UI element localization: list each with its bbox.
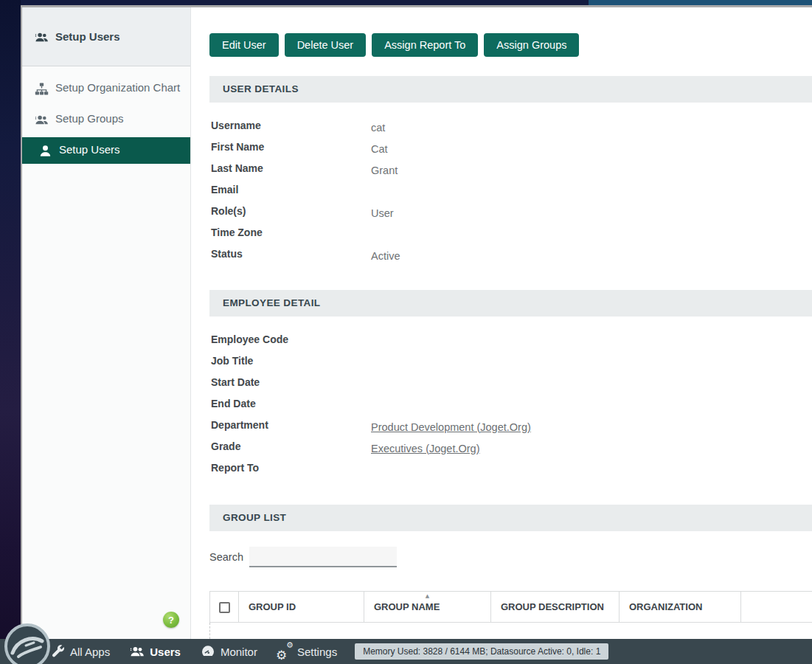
bottom-nav: All AppsUsersMonitor⚙⚙Settings xyxy=(50,644,337,659)
field-label: Role(s) xyxy=(211,205,371,217)
field-label: First Name xyxy=(211,141,371,153)
field-row-job-title: Job Title xyxy=(211,350,812,371)
field-row-department: DepartmentProduct Development (Joget.Org… xyxy=(211,414,812,435)
bottom-nav-all-apps[interactable]: All Apps xyxy=(50,644,110,659)
delete-user-button[interactable]: Delete User xyxy=(285,33,367,57)
group-list-search-row: Search xyxy=(209,547,812,567)
column-header-label: GROUP ID xyxy=(249,601,296,612)
field-row-first-name: First NameCat xyxy=(211,136,812,157)
bottom-nav-label: All Apps xyxy=(70,646,110,658)
section-header-group-list: GROUP LIST xyxy=(209,505,812,531)
column-header-group-description[interactable]: GROUP DESCRIPTION xyxy=(491,592,620,623)
field-row-status: StatusActive xyxy=(211,243,812,264)
bottom-nav-label: Users xyxy=(150,646,181,658)
field-label: End Date xyxy=(211,398,371,409)
section-header-employee-detail: EMPLOYEE DETAIL xyxy=(209,290,812,317)
field-row-employee-code: Employee Code xyxy=(211,328,812,350)
field-row-grade: GradeExecutives (Joget.Org) xyxy=(211,435,812,457)
status-badge: Memory Used: 3828 / 6144 MB; Datasource … xyxy=(355,643,608,660)
edit-user-button[interactable]: Edit User xyxy=(209,33,279,57)
column-header-label: GROUP DESCRIPTION xyxy=(501,601,604,612)
field-label: Last Name xyxy=(211,162,371,174)
column-header-label: ORGANIZATION xyxy=(629,601,702,612)
field-value-link[interactable]: Executives (Joget.Org) xyxy=(371,443,479,454)
field-row-start-date: Start Date xyxy=(211,371,812,392)
section-header-user-details: USER DETAILS xyxy=(209,76,812,103)
field-label: Time Zone xyxy=(211,226,371,238)
field-label: Job Title xyxy=(211,355,371,367)
field-row-time-zone: Time Zone xyxy=(211,221,812,243)
field-row-username: Usernamecat xyxy=(211,114,812,136)
column-header-group-id[interactable]: GROUP ID xyxy=(239,592,364,623)
field-row-end-date: End Date xyxy=(211,392,812,414)
bottom-bar: All AppsUsersMonitor⚙⚙Settings Memory Us… xyxy=(0,639,812,664)
field-label: Email xyxy=(211,184,371,196)
field-value: User xyxy=(371,207,394,219)
field-row-last-name: Last NameGrant xyxy=(211,157,812,179)
wrench-icon xyxy=(50,644,65,659)
field-label: Username xyxy=(211,120,371,131)
search-label: Search xyxy=(209,551,249,563)
column-header-organization[interactable]: ORGANIZATION xyxy=(620,592,741,623)
sidebar-item-setup-users[interactable]: Setup Users xyxy=(22,137,190,164)
sitemap-icon xyxy=(35,82,49,96)
toolbar: Edit UserDelete UserAssign Report ToAssi… xyxy=(209,33,812,57)
column-header-label: GROUP NAME xyxy=(374,601,440,612)
field-value: cat xyxy=(371,122,385,134)
search-input[interactable] xyxy=(249,547,397,567)
field-label: Start Date xyxy=(211,376,371,388)
field-value: Cat xyxy=(371,143,388,155)
field-label: Grade xyxy=(211,440,371,452)
select-all-checkbox[interactable] xyxy=(219,602,230,613)
sidebar-item-label: Setup Groups xyxy=(55,112,124,125)
field-value: Grant xyxy=(371,165,398,176)
field-label: Report To xyxy=(211,462,371,474)
sidebar-menu: Setup Organization ChartSetup GroupsSetu… xyxy=(22,66,190,164)
select-all-header-cell xyxy=(210,592,239,623)
field-row-report-to: Report To xyxy=(211,457,812,478)
user-icon xyxy=(38,144,52,158)
sidebar-item-label: Setup Organization Chart xyxy=(55,81,180,94)
field-label: Employee Code xyxy=(211,333,371,345)
help-icon[interactable]: ? xyxy=(163,612,179,628)
field-label: Department xyxy=(211,419,371,431)
gauge-icon xyxy=(201,644,215,659)
desktop: { "sidebar": { "header": { "label": "Set… xyxy=(0,0,812,664)
sidebar-header: Setup Users xyxy=(22,7,190,66)
gears-icon: ⚙⚙ xyxy=(277,644,292,659)
field-row-email: Email xyxy=(211,179,812,200)
users-icon xyxy=(35,113,49,127)
assign-report-to-button[interactable]: Assign Report To xyxy=(372,33,478,57)
column-header-empty xyxy=(741,592,812,623)
bottom-nav-label: Monitor xyxy=(221,646,257,658)
sort-asc-icon: ▲ xyxy=(426,593,429,599)
field-value: Active xyxy=(371,250,400,262)
sidebar-header-label: Setup Users xyxy=(55,30,120,43)
app-window: Setup Users Setup Organization ChartSetu… xyxy=(21,5,812,664)
employee-detail-fields: Employee CodeJob TitleStart DateEnd Date… xyxy=(209,317,812,478)
bottom-nav-users[interactable]: Users xyxy=(130,644,181,659)
field-row-role-s: Role(s)User xyxy=(211,200,812,221)
group-table-header-row: GROUP ID▲GROUP NAMEGROUP DESCRIPTIONORGA… xyxy=(210,592,812,623)
window-top-strip xyxy=(21,0,812,5)
sidebar-item-label: Setup Users xyxy=(59,143,120,156)
bottom-nav-label: Settings xyxy=(297,646,337,658)
column-header-group-name[interactable]: ▲GROUP NAME xyxy=(364,592,491,623)
main-content: Edit UserDelete UserAssign Report ToAssi… xyxy=(191,7,812,664)
sidebar: Setup Users Setup Organization ChartSetu… xyxy=(22,7,191,664)
assign-groups-button[interactable]: Assign Groups xyxy=(484,33,579,57)
users-icon xyxy=(35,30,49,44)
users-icon xyxy=(130,644,145,659)
bottom-nav-monitor[interactable]: Monitor xyxy=(201,644,257,659)
sidebar-item-setup-organization-chart[interactable]: Setup Organization Chart xyxy=(22,75,190,102)
user-details-fields: UsernamecatFirst NameCatLast NameGrantEm… xyxy=(209,103,812,264)
top-strip-blue-segment xyxy=(589,0,812,5)
top-strip-dark-segment xyxy=(21,0,589,5)
sidebar-item-setup-groups[interactable]: Setup Groups xyxy=(22,106,190,133)
field-label: Status xyxy=(211,248,371,260)
field-value-link[interactable]: Product Development (Joget.Org) xyxy=(371,421,531,433)
bottom-nav-settings[interactable]: ⚙⚙Settings xyxy=(277,644,337,659)
joget-logo-icon[interactable] xyxy=(3,622,52,664)
